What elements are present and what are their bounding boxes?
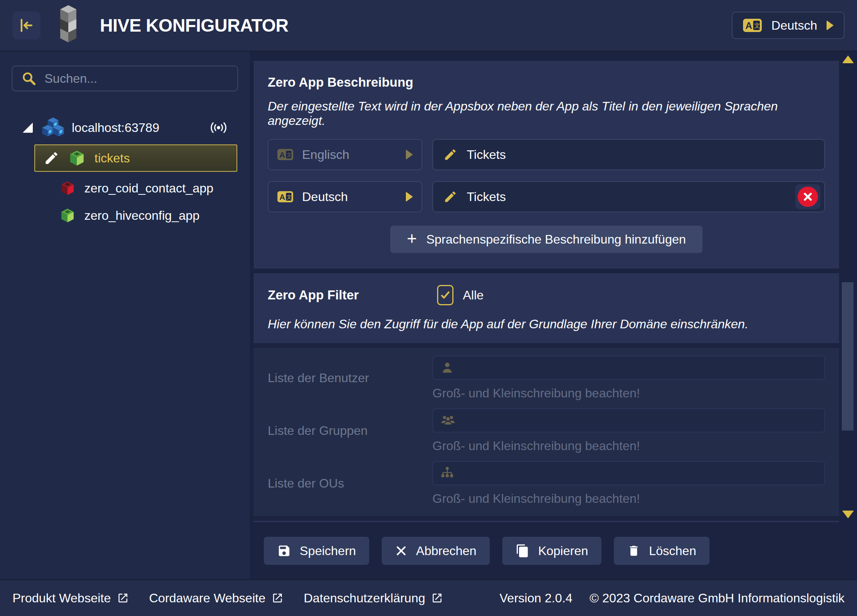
svg-text:A: A xyxy=(745,20,752,31)
filter-description: Hier können Sie den Zugriff für die App … xyxy=(268,317,825,331)
user-icon xyxy=(440,361,454,375)
svg-text:文: 文 xyxy=(286,194,292,200)
footer-link-label: Cordaware Webseite xyxy=(149,591,265,605)
field-label: Liste der Benutzer xyxy=(268,371,422,385)
delete-button[interactable]: Löschen xyxy=(614,537,709,565)
scrollbar-thumb[interactable] xyxy=(842,282,853,431)
tree-item-zero-hiveconfig-app[interactable]: zero_hiveconfig_app xyxy=(59,205,250,226)
section-title: Zero App Beschreibung xyxy=(268,75,825,90)
copy-button[interactable]: Kopieren xyxy=(502,537,601,565)
tree-node-host[interactable]: localhost:63789 xyxy=(0,116,250,139)
benutzer-input-box xyxy=(432,356,825,380)
svg-text:A: A xyxy=(279,193,285,201)
tree-item-zero-coid-contact-app[interactable]: zero_coid_contact_app xyxy=(59,177,250,199)
expander-triangle-icon[interactable] xyxy=(23,123,33,133)
description-input-deutsch[interactable] xyxy=(467,190,786,204)
version-label: Version 2.0.4 xyxy=(500,591,573,605)
cubes-blue-icon xyxy=(42,118,64,138)
tree-item-label: zero_hiveconfig_app xyxy=(84,208,199,223)
delete-button-label: Löschen xyxy=(649,544,696,558)
scroll-down-arrow[interactable] xyxy=(842,511,854,518)
tree-item-label: tickets xyxy=(94,151,130,166)
collapse-sidebar-button[interactable] xyxy=(12,11,41,39)
language-row: A 文 Deutsch xyxy=(268,181,825,212)
description-value-box xyxy=(432,139,825,170)
page-title: HIVE KONFIGURATOR xyxy=(100,15,288,36)
link-datenschutzerklaerung[interactable]: Datenschutzerklärung xyxy=(304,591,443,605)
remove-circle-icon xyxy=(798,187,818,207)
translate-icon: A 文 xyxy=(277,148,293,161)
translate-icon: A 文 xyxy=(277,190,293,203)
language-select-label: Deutsch xyxy=(302,190,397,204)
body: localhost:63789 xyxy=(0,52,857,579)
svg-text:文: 文 xyxy=(286,152,292,158)
footer-link-label: Datenschutzerklärung xyxy=(304,591,425,605)
external-link-icon xyxy=(431,592,443,604)
description-input-englisch[interactable] xyxy=(467,148,820,162)
search-input[interactable] xyxy=(44,71,229,86)
scrollbar xyxy=(839,52,857,522)
language-row: A 文 Englisch xyxy=(268,139,825,170)
search-icon xyxy=(21,71,37,86)
field-label: Liste der OUs xyxy=(268,476,422,491)
copy-button-label: Kopieren xyxy=(538,544,588,558)
ous-input-box xyxy=(432,461,825,485)
hive-logo xyxy=(56,5,80,46)
pencil-icon xyxy=(443,148,457,162)
chevron-right-icon xyxy=(406,150,413,160)
description-value-box xyxy=(432,181,825,212)
svg-text:A: A xyxy=(279,151,285,159)
filter-fields-section: Liste der Benutzer xyxy=(254,348,839,516)
ous-input[interactable] xyxy=(461,466,817,480)
header: HIVE KONFIGURATOR A 文 Deutsch xyxy=(0,0,857,52)
external-link-icon xyxy=(117,592,129,604)
external-link-icon xyxy=(272,592,283,604)
language-selector-button[interactable]: A 文 Deutsch xyxy=(732,12,845,39)
trash-icon xyxy=(627,544,640,557)
link-cordaware-webseite[interactable]: Cordaware Webseite xyxy=(149,591,283,605)
org-tree-icon xyxy=(440,466,454,480)
link-produkt-webseite[interactable]: Produkt Webseite xyxy=(12,591,129,605)
section-title: Zero App Filter xyxy=(268,288,422,303)
main-panel: Zero App Beschreibung Der eingestellte T… xyxy=(250,52,857,579)
svg-text:文: 文 xyxy=(754,22,760,29)
alle-checkbox-label: Alle xyxy=(463,288,484,303)
broadcast-icon xyxy=(209,121,228,134)
add-language-description-button[interactable]: + Sprachenspezifische Beschreibung hinzu… xyxy=(390,226,702,253)
alle-checkbox[interactable] xyxy=(437,285,453,305)
section-beschreibung: Zero App Beschreibung Der eingestellte T… xyxy=(254,61,839,269)
gruppen-input-box xyxy=(432,408,825,433)
app-tree: localhost:63789 xyxy=(0,116,250,226)
language-select-englisch[interactable]: A 文 Englisch xyxy=(268,139,422,170)
plus-icon: + xyxy=(407,230,417,247)
chevron-right-icon xyxy=(827,20,834,30)
save-button[interactable]: Speichern xyxy=(264,537,369,565)
gruppen-input[interactable] xyxy=(463,414,817,427)
pencil-icon xyxy=(443,190,457,204)
footer: Produkt Webseite Cordaware Webseite Date… xyxy=(0,579,857,616)
copyright-label: © 2023 Cordaware GmbH Informationslogist… xyxy=(590,591,845,605)
scroll-area: Zero App Beschreibung Der eingestellte T… xyxy=(254,52,839,522)
benutzer-input[interactable] xyxy=(461,361,817,374)
translate-icon: A 文 xyxy=(743,18,762,33)
cube-green-icon xyxy=(59,207,76,224)
scroll-up-arrow[interactable] xyxy=(842,55,854,63)
tree-item-label: zero_coid_contact_app xyxy=(84,181,213,196)
field-group-benutzer: Liste der Benutzer xyxy=(268,356,825,401)
field-hint: Groß- und Kleinschreibung beachten! xyxy=(432,439,825,453)
field-group-ous: Liste der OUs xyxy=(268,461,825,506)
add-button-label: Sprachenspezifische Beschreibung hinzufü… xyxy=(426,232,686,247)
chevron-right-icon xyxy=(406,192,413,202)
field-group-gruppen: Liste der Gruppen xyxy=(268,408,825,453)
footer-link-label: Produkt Webseite xyxy=(12,591,111,605)
sidebar: localhost:63789 xyxy=(0,52,250,579)
language-select-deutsch[interactable]: A 文 Deutsch xyxy=(268,181,422,212)
cancel-button[interactable]: Abbrechen xyxy=(382,537,490,565)
app-window: HIVE KONFIGURATOR A 文 Deutsch xyxy=(0,0,857,616)
section-description: Der eingestellte Text wird in der Appsbo… xyxy=(268,99,825,128)
cancel-button-label: Abbrechen xyxy=(416,544,477,558)
delete-language-button[interactable] xyxy=(795,184,820,209)
search-box xyxy=(12,66,238,91)
field-label: Liste der Gruppen xyxy=(268,424,422,438)
tree-item-tickets[interactable]: tickets xyxy=(34,144,237,172)
